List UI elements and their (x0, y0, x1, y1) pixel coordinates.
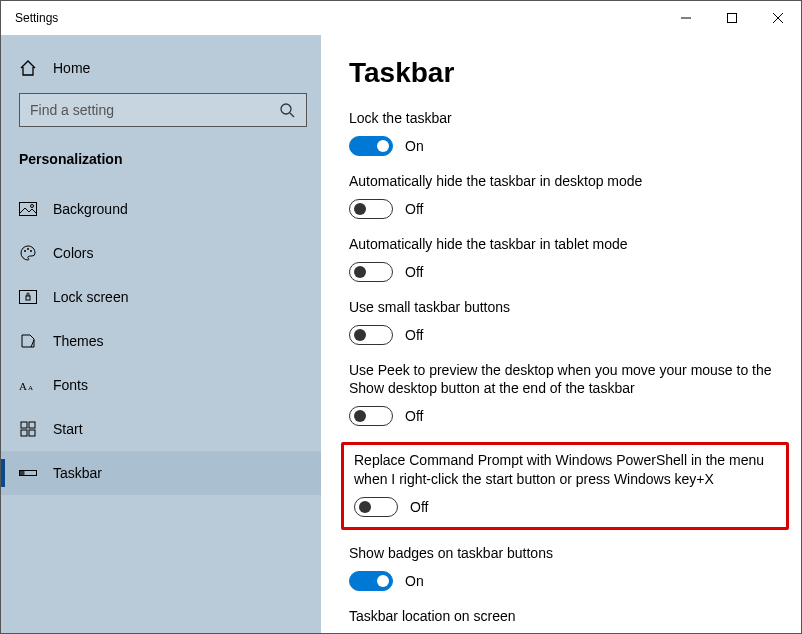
nav-taskbar[interactable]: Taskbar (1, 451, 321, 495)
search-input[interactable] (30, 102, 278, 118)
setting-taskbar-location: Taskbar location on screen (349, 607, 781, 633)
nav-home[interactable]: Home (1, 49, 321, 87)
toggle-autohide-tablet[interactable] (349, 262, 393, 282)
nav-themes[interactable]: Themes (1, 319, 321, 363)
highlighted-setting: Replace Command Prompt with Windows Powe… (341, 442, 789, 530)
toggle-autohide-desktop[interactable] (349, 199, 393, 219)
svg-rect-12 (26, 296, 30, 300)
svg-point-4 (281, 104, 291, 114)
svg-point-9 (27, 248, 29, 250)
maximize-button[interactable] (709, 1, 755, 35)
setting-label: Replace Command Prompt with Windows Powe… (354, 451, 776, 489)
nav-item-label: Taskbar (53, 465, 102, 481)
nav-colors[interactable]: Colors (1, 231, 321, 275)
nav-item-label: Start (53, 421, 83, 437)
svg-text:A: A (19, 380, 27, 392)
svg-rect-6 (20, 203, 37, 216)
setting-small-buttons: Use small taskbar buttons Off (349, 298, 781, 345)
toggle-state: Off (405, 408, 423, 424)
svg-rect-1 (728, 14, 737, 23)
setting-label: Taskbar location on screen (349, 607, 781, 626)
svg-line-5 (290, 113, 294, 117)
image-icon (19, 200, 37, 218)
sidebar: Home Personalization Background Colors (1, 35, 321, 633)
home-icon (19, 59, 37, 77)
setting-label: Use Peek to preview the desktop when you… (349, 361, 781, 399)
nav-item-label: Fonts (53, 377, 88, 393)
svg-text:A: A (28, 384, 33, 392)
setting-lock-taskbar: Lock the taskbar On (349, 109, 781, 156)
setting-label: Use small taskbar buttons (349, 298, 781, 317)
setting-autohide-desktop: Automatically hide the taskbar in deskto… (349, 172, 781, 219)
nav-start[interactable]: Start (1, 407, 321, 451)
svg-rect-16 (29, 422, 35, 428)
palette-icon (19, 244, 37, 262)
toggle-state: On (405, 138, 424, 154)
toggle-state: Off (405, 264, 423, 280)
nav-item-label: Lock screen (53, 289, 128, 305)
taskbar-icon (19, 464, 37, 482)
svg-point-7 (31, 205, 34, 208)
svg-rect-11 (20, 291, 37, 304)
themes-icon (19, 332, 37, 350)
nav-item-label: Colors (53, 245, 93, 261)
lockscreen-icon (19, 288, 37, 306)
setting-replace-cmd: Replace Command Prompt with Windows Powe… (354, 451, 776, 517)
nav-background[interactable]: Background (1, 187, 321, 231)
titlebar: Settings (1, 1, 801, 35)
minimize-button[interactable] (663, 1, 709, 35)
nav-home-label: Home (53, 60, 90, 76)
setting-autohide-tablet: Automatically hide the taskbar in tablet… (349, 235, 781, 282)
main-panel: Taskbar Lock the taskbar On Automaticall… (321, 35, 801, 633)
toggle-badges[interactable] (349, 571, 393, 591)
toggle-state: Off (405, 201, 423, 217)
section-label: Personalization (1, 137, 321, 177)
toggle-replace-cmd[interactable] (354, 497, 398, 517)
setting-label: Lock the taskbar (349, 109, 781, 128)
toggle-state: Off (410, 499, 428, 515)
toggle-small-buttons[interactable] (349, 325, 393, 345)
close-button[interactable] (755, 1, 801, 35)
nav-fonts[interactable]: AA Fonts (1, 363, 321, 407)
toggle-peek[interactable] (349, 406, 393, 426)
svg-point-10 (30, 250, 32, 252)
svg-point-8 (24, 250, 26, 252)
fonts-icon: AA (19, 376, 37, 394)
setting-badges: Show badges on taskbar buttons On (349, 544, 781, 591)
setting-peek: Use Peek to preview the desktop when you… (349, 361, 781, 427)
window-title: Settings (15, 11, 58, 25)
toggle-state: On (405, 573, 424, 589)
setting-label: Show badges on taskbar buttons (349, 544, 781, 563)
setting-label: Automatically hide the taskbar in tablet… (349, 235, 781, 254)
start-icon (19, 420, 37, 438)
svg-rect-20 (20, 471, 25, 476)
search-box[interactable] (19, 93, 307, 127)
setting-label: Automatically hide the taskbar in deskto… (349, 172, 781, 191)
svg-rect-17 (21, 430, 27, 436)
nav-lockscreen[interactable]: Lock screen (1, 275, 321, 319)
search-icon (278, 101, 296, 119)
nav-item-label: Themes (53, 333, 104, 349)
nav-item-label: Background (53, 201, 128, 217)
toggle-state: Off (405, 327, 423, 343)
page-heading: Taskbar (349, 57, 781, 89)
svg-rect-18 (29, 430, 35, 436)
svg-rect-15 (21, 422, 27, 428)
toggle-lock-taskbar[interactable] (349, 136, 393, 156)
